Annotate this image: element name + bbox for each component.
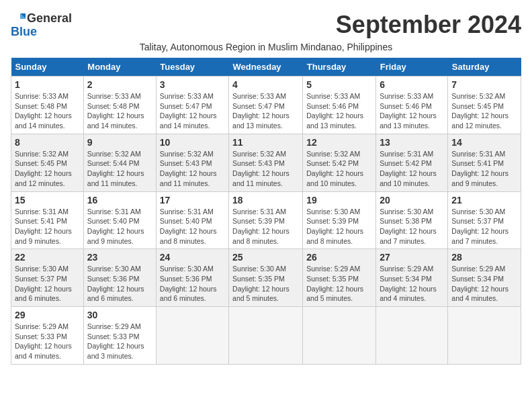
day-number: 15 <box>15 195 80 205</box>
day-number: 18 <box>232 195 299 205</box>
day-number: 25 <box>232 252 299 263</box>
day-number: 23 <box>87 252 152 263</box>
day-number: 24 <box>160 252 225 263</box>
day-number: 12 <box>306 137 372 148</box>
location-title: Talitay, Autonomous Region in Muslim Min… <box>11 42 521 52</box>
calendar-cell: 10Sunrise: 5:32 AMSunset: 5:43 PMDayligh… <box>156 134 228 191</box>
day-info: Sunrise: 5:30 AMSunset: 5:39 PMDaylight:… <box>306 207 372 246</box>
calendar-cell: 26Sunrise: 5:29 AMSunset: 5:35 PMDayligh… <box>303 249 376 307</box>
day-info: Sunrise: 5:29 AMSunset: 5:33 PMDaylight:… <box>87 322 152 361</box>
day-info: Sunrise: 5:29 AMSunset: 5:34 PMDaylight:… <box>380 264 444 304</box>
column-header-thursday: Thursday <box>303 58 376 77</box>
calendar-cell: 28Sunrise: 5:29 AMSunset: 5:34 PMDayligh… <box>448 249 521 307</box>
day-info: Sunrise: 5:30 AMSunset: 5:37 PMDaylight:… <box>15 264 80 304</box>
day-info: Sunrise: 5:32 AMSunset: 5:44 PMDaylight:… <box>87 149 152 189</box>
column-header-sunday: Sunday <box>11 58 84 77</box>
logo-general: General <box>27 12 72 24</box>
day-info: Sunrise: 5:31 AMSunset: 5:41 PMDaylight:… <box>15 207 80 246</box>
calendar-week-row: 15Sunrise: 5:31 AMSunset: 5:41 PMDayligh… <box>11 191 521 249</box>
calendar-cell: 16Sunrise: 5:31 AMSunset: 5:40 PMDayligh… <box>83 191 156 249</box>
calendar-cell: 23Sunrise: 5:30 AMSunset: 5:36 PMDayligh… <box>83 249 156 307</box>
day-number: 22 <box>15 252 80 263</box>
day-number: 5 <box>306 79 372 90</box>
column-header-tuesday: Tuesday <box>156 58 228 77</box>
day-number: 28 <box>451 252 517 263</box>
header-area: General Blue September 2024 <box>11 11 521 39</box>
day-number: 4 <box>232 79 299 90</box>
calendar-cell: 6Sunrise: 5:33 AMSunset: 5:46 PMDaylight… <box>376 77 448 134</box>
calendar-week-row: 8Sunrise: 5:32 AMSunset: 5:45 PMDaylight… <box>11 134 521 191</box>
day-number: 2 <box>87 79 152 90</box>
day-info: Sunrise: 5:30 AMSunset: 5:36 PMDaylight:… <box>160 264 225 304</box>
calendar-cell: 21Sunrise: 5:30 AMSunset: 5:37 PMDayligh… <box>448 191 521 249</box>
day-info: Sunrise: 5:30 AMSunset: 5:38 PMDaylight:… <box>380 207 444 246</box>
calendar-cell: 12Sunrise: 5:32 AMSunset: 5:42 PMDayligh… <box>303 134 376 191</box>
calendar-cell: 2Sunrise: 5:33 AMSunset: 5:48 PMDaylight… <box>83 77 156 134</box>
day-number: 1 <box>15 79 80 90</box>
calendar-cell: 11Sunrise: 5:32 AMSunset: 5:43 PMDayligh… <box>229 134 303 191</box>
day-info: Sunrise: 5:31 AMSunset: 5:39 PMDaylight:… <box>232 207 299 246</box>
calendar-week-row: 22Sunrise: 5:30 AMSunset: 5:37 PMDayligh… <box>11 249 521 307</box>
calendar-cell: 25Sunrise: 5:30 AMSunset: 5:35 PMDayligh… <box>229 249 303 307</box>
calendar-cell: 7Sunrise: 5:32 AMSunset: 5:45 PMDaylight… <box>448 77 521 134</box>
day-info: Sunrise: 5:33 AMSunset: 5:47 PMDaylight:… <box>160 91 225 131</box>
logo: General Blue <box>11 11 72 38</box>
calendar-cell <box>156 307 228 365</box>
day-number: 21 <box>451 195 517 205</box>
calendar-cell: 30Sunrise: 5:29 AMSunset: 5:33 PMDayligh… <box>83 307 156 365</box>
calendar-cell: 18Sunrise: 5:31 AMSunset: 5:39 PMDayligh… <box>229 191 303 249</box>
day-info: Sunrise: 5:32 AMSunset: 5:43 PMDaylight:… <box>232 149 299 189</box>
calendar-cell: 8Sunrise: 5:32 AMSunset: 5:45 PMDaylight… <box>11 134 84 191</box>
column-header-monday: Monday <box>83 58 156 77</box>
day-info: Sunrise: 5:32 AMSunset: 5:42 PMDaylight:… <box>306 149 372 189</box>
month-title: September 2024 <box>336 11 521 39</box>
day-number: 6 <box>380 79 444 90</box>
calendar-cell: 13Sunrise: 5:31 AMSunset: 5:42 PMDayligh… <box>376 134 448 191</box>
day-info: Sunrise: 5:29 AMSunset: 5:33 PMDaylight:… <box>15 322 80 361</box>
day-info: Sunrise: 5:30 AMSunset: 5:35 PMDaylight:… <box>232 264 299 304</box>
calendar-header-row: SundayMondayTuesdayWednesdayThursdayFrid… <box>11 58 521 77</box>
calendar-cell: 20Sunrise: 5:30 AMSunset: 5:38 PMDayligh… <box>376 191 448 249</box>
day-number: 10 <box>160 137 225 148</box>
calendar-cell: 5Sunrise: 5:33 AMSunset: 5:46 PMDaylight… <box>303 77 376 134</box>
day-info: Sunrise: 5:29 AMSunset: 5:35 PMDaylight:… <box>306 264 372 304</box>
day-number: 26 <box>306 252 372 263</box>
day-number: 30 <box>87 310 152 320</box>
calendar-cell: 9Sunrise: 5:32 AMSunset: 5:44 PMDaylight… <box>83 134 156 191</box>
calendar-cell: 3Sunrise: 5:33 AMSunset: 5:47 PMDaylight… <box>156 77 228 134</box>
column-header-friday: Friday <box>376 58 448 77</box>
day-info: Sunrise: 5:31 AMSunset: 5:42 PMDaylight:… <box>380 149 444 189</box>
calendar-cell: 24Sunrise: 5:30 AMSunset: 5:36 PMDayligh… <box>156 249 228 307</box>
calendar-cell: 14Sunrise: 5:31 AMSunset: 5:41 PMDayligh… <box>448 134 521 191</box>
calendar-cell: 19Sunrise: 5:30 AMSunset: 5:39 PMDayligh… <box>303 191 376 249</box>
day-number: 13 <box>380 137 444 148</box>
logo-icon <box>11 11 26 26</box>
calendar-cell: 22Sunrise: 5:30 AMSunset: 5:37 PMDayligh… <box>11 249 84 307</box>
day-number: 17 <box>160 195 225 205</box>
day-number: 16 <box>87 195 152 205</box>
day-number: 9 <box>87 137 152 148</box>
day-number: 3 <box>160 79 225 90</box>
calendar-cell <box>376 307 448 365</box>
day-info: Sunrise: 5:31 AMSunset: 5:40 PMDaylight:… <box>160 207 225 246</box>
day-info: Sunrise: 5:29 AMSunset: 5:34 PMDaylight:… <box>451 264 517 304</box>
day-number: 8 <box>15 137 80 148</box>
calendar-cell <box>448 307 521 365</box>
calendar-week-row: 29Sunrise: 5:29 AMSunset: 5:33 PMDayligh… <box>11 307 521 365</box>
day-number: 11 <box>232 137 299 148</box>
day-info: Sunrise: 5:30 AMSunset: 5:36 PMDaylight:… <box>87 264 152 304</box>
calendar-cell: 29Sunrise: 5:29 AMSunset: 5:33 PMDayligh… <box>11 307 84 365</box>
day-number: 27 <box>380 252 444 263</box>
calendar-cell: 1Sunrise: 5:33 AMSunset: 5:48 PMDaylight… <box>11 77 84 134</box>
day-info: Sunrise: 5:33 AMSunset: 5:47 PMDaylight:… <box>232 91 299 131</box>
day-info: Sunrise: 5:33 AMSunset: 5:46 PMDaylight:… <box>380 91 444 131</box>
day-info: Sunrise: 5:31 AMSunset: 5:40 PMDaylight:… <box>87 207 152 246</box>
day-info: Sunrise: 5:33 AMSunset: 5:48 PMDaylight:… <box>87 91 152 131</box>
calendar-cell: 4Sunrise: 5:33 AMSunset: 5:47 PMDaylight… <box>229 77 303 134</box>
logo-blue: Blue <box>11 26 37 38</box>
calendar-table: SundayMondayTuesdayWednesdayThursdayFrid… <box>11 58 521 365</box>
day-number: 29 <box>15 310 80 320</box>
day-info: Sunrise: 5:31 AMSunset: 5:41 PMDaylight:… <box>451 149 517 189</box>
day-info: Sunrise: 5:32 AMSunset: 5:43 PMDaylight:… <box>160 149 225 189</box>
calendar-cell <box>303 307 376 365</box>
